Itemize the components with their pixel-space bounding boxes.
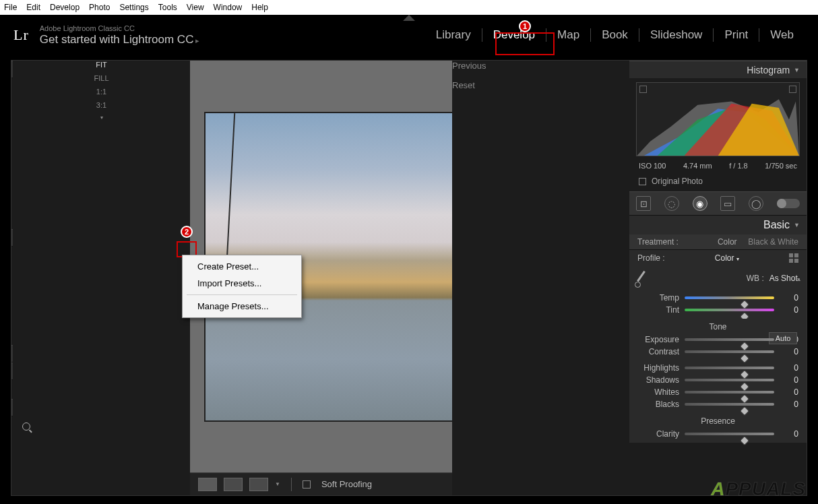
histogram-svg bbox=[637, 98, 799, 156]
view-mode-menu-icon[interactable]: ▼ bbox=[275, 481, 280, 487]
histogram-header[interactable]: Histogram ▼ bbox=[629, 61, 807, 78]
module-slideshow[interactable]: Slideshow bbox=[639, 28, 714, 42]
before-after-tb-button[interactable] bbox=[249, 478, 268, 491]
menu-manage-presets[interactable]: Manage Presets... bbox=[183, 298, 301, 315]
module-develop[interactable]: Develop bbox=[482, 28, 546, 42]
module-library[interactable]: Library bbox=[425, 28, 482, 42]
nav-3to1[interactable]: 3:1 bbox=[96, 101, 106, 109]
nav-ratio-menu-icon[interactable]: ▾ bbox=[100, 115, 103, 121]
grad-filter-icon[interactable]: ▭ bbox=[720, 196, 735, 211]
original-photo-label: Original Photo bbox=[652, 177, 703, 186]
exif-focal: 4.74 mm bbox=[683, 162, 712, 170]
nav-fit[interactable]: FIT bbox=[96, 61, 107, 69]
nav-1to1[interactable]: 1:1 bbox=[96, 88, 106, 96]
menu-create-preset[interactable]: Create Preset... bbox=[183, 258, 301, 275]
menu-import-presets[interactable]: Import Presets... bbox=[183, 275, 301, 292]
main-frame: ▼ Navigator FIT FILL 1:1 3:1 ▾ ▼ Presets… bbox=[11, 60, 807, 496]
menu-view[interactable]: View bbox=[187, 3, 204, 12]
treatment-label: Treatment : bbox=[637, 237, 679, 247]
slider-clarity[interactable]: Clarity0 bbox=[637, 428, 798, 440]
slider-tint[interactable]: Tint0 bbox=[637, 304, 798, 316]
highlight-clip-icon[interactable] bbox=[789, 86, 796, 93]
histogram-info: ISO 100 4.74 mm f / 1.8 1/750 sec bbox=[629, 160, 807, 174]
right-panel: Histogram ▼ ISO 100 4.74 mm f / 1.8 1/75… bbox=[629, 61, 807, 495]
profile-row[interactable]: Profile : Color ▾ bbox=[629, 250, 807, 266]
exif-aperture: f / 1.8 bbox=[729, 162, 748, 170]
menu-tools[interactable]: Tools bbox=[158, 3, 177, 12]
soft-proof-checkbox[interactable] bbox=[303, 480, 311, 489]
menu-edit[interactable]: Edit bbox=[26, 3, 40, 12]
brand: Lr Adobe Lightroom Classic CC Get starte… bbox=[13, 24, 199, 46]
triangle-down-icon: ▼ bbox=[794, 67, 800, 73]
triangle-down-icon: ▼ bbox=[794, 222, 800, 228]
menu-settings[interactable]: Settings bbox=[119, 3, 148, 12]
slider-temp[interactable]: Temp0 bbox=[637, 292, 798, 304]
module-picker: Library Develop Map Book Slideshow Print… bbox=[425, 28, 805, 42]
histogram-title: Histogram bbox=[747, 65, 790, 75]
tone-sliders: Tone Auto Exposure0.00 Contrast0 Highlig… bbox=[629, 319, 807, 413]
before-after-lr-button[interactable] bbox=[224, 478, 243, 491]
module-map[interactable]: Map bbox=[546, 28, 590, 42]
loupe-view-button[interactable] bbox=[198, 478, 217, 491]
nav-fill[interactable]: FILL bbox=[94, 74, 108, 82]
slider-highlights[interactable]: Highlights0 bbox=[637, 362, 798, 374]
window-menu-bar: File Edit Develop Photo Settings Tools V… bbox=[0, 0, 818, 15]
wb-row: WB : As Shot bbox=[629, 266, 807, 290]
left-panel: ▼ Navigator FIT FILL 1:1 3:1 ▾ ▼ Presets… bbox=[11, 61, 190, 495]
shadow-clip-icon[interactable] bbox=[639, 86, 647, 93]
logo-icon: Lr bbox=[13, 26, 29, 44]
module-web[interactable]: Web bbox=[759, 28, 805, 42]
module-book[interactable]: Book bbox=[591, 28, 639, 42]
brand-title[interactable]: Get started with Lightroom CC bbox=[40, 33, 200, 46]
wb-value[interactable]: As Shot bbox=[769, 274, 798, 283]
menu-file[interactable]: File bbox=[4, 3, 17, 12]
brand-subtitle: Adobe Lightroom Classic CC bbox=[40, 24, 200, 33]
menu-develop[interactable]: Develop bbox=[50, 3, 80, 12]
spot-tool-icon[interactable]: ◌ bbox=[664, 196, 679, 211]
exif-iso: ISO 100 bbox=[639, 162, 666, 170]
treatment-color[interactable]: Color bbox=[718, 237, 737, 247]
slider-shadows[interactable]: Shadows0 bbox=[637, 374, 798, 386]
basic-title: Basic bbox=[763, 219, 790, 231]
histogram-graph[interactable] bbox=[636, 82, 800, 156]
previous-button[interactable]: Previous bbox=[452, 61, 629, 71]
profile-label: Profile : bbox=[637, 253, 665, 263]
panel-switch[interactable] bbox=[777, 199, 800, 208]
develop-tools-strip: ⊡ ◌ ◉ ▭ ◯ bbox=[629, 191, 807, 216]
wb-sliders: Temp0 Tint0 bbox=[629, 290, 807, 319]
menu-photo[interactable]: Photo bbox=[89, 3, 110, 12]
search-icon bbox=[22, 422, 30, 431]
module-print[interactable]: Print bbox=[714, 28, 759, 42]
profile-value[interactable]: Color ▾ bbox=[715, 253, 739, 263]
tone-title: Tone bbox=[709, 322, 726, 332]
eyedropper-icon[interactable] bbox=[635, 269, 647, 288]
app-header: Lr Adobe Lightroom Classic CC Get starte… bbox=[0, 15, 818, 55]
basic-header[interactable]: Basic ▼ bbox=[629, 216, 807, 234]
presence-title: Presence bbox=[701, 416, 735, 426]
navigator-header[interactable]: ▼ Navigator FIT FILL 1:1 3:1 ▾ bbox=[11, 61, 190, 78]
panel-expand-icon[interactable] bbox=[403, 15, 415, 21]
menu-separator bbox=[187, 294, 297, 295]
checkbox-icon[interactable] bbox=[639, 178, 646, 185]
menu-window[interactable]: Window bbox=[214, 3, 243, 12]
reset-button[interactable]: Reset bbox=[452, 80, 629, 90]
presets-context-menu: Create Preset... Import Presets... Manag… bbox=[182, 255, 302, 318]
profile-browser-icon[interactable] bbox=[789, 253, 798, 263]
exif-shutter: 1/750 sec bbox=[765, 162, 797, 170]
presence-sliders: Presence Clarity0 bbox=[629, 413, 807, 443]
original-photo-row[interactable]: Original Photo bbox=[629, 174, 807, 191]
soft-proof-label: Soft Proofing bbox=[321, 479, 372, 489]
crop-tool-icon[interactable]: ⊡ bbox=[636, 196, 651, 211]
slider-blacks[interactable]: Blacks0 bbox=[637, 398, 798, 410]
wb-label: WB : bbox=[747, 274, 764, 283]
radial-filter-icon[interactable]: ◯ bbox=[749, 196, 763, 211]
redeye-tool-icon[interactable]: ◉ bbox=[693, 196, 707, 211]
treatment-row: Treatment : Color Black & White bbox=[629, 234, 807, 250]
bottom-toolbar: ▼ Soft Proofing Previous Reset bbox=[190, 472, 629, 495]
slider-contrast[interactable]: Contrast0 bbox=[637, 346, 798, 358]
menu-help[interactable]: Help bbox=[251, 3, 268, 12]
treatment-bw[interactable]: Black & White bbox=[748, 237, 798, 247]
slider-whites[interactable]: Whites0 bbox=[637, 386, 798, 398]
